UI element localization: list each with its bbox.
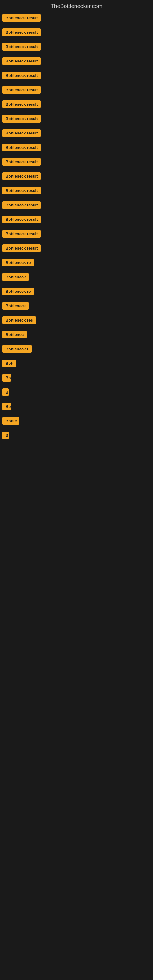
bottleneck-badge[interactable]: Bottlenec	[2, 331, 27, 339]
list-item: Bottleneck	[0, 273, 153, 282]
list-item: Bottleneck result	[0, 172, 153, 181]
list-item: Bottleneck result	[0, 129, 153, 138]
bottleneck-badge[interactable]: Bottleneck	[2, 273, 29, 281]
bottleneck-badge[interactable]: Bottleneck result	[2, 14, 41, 22]
list-item: Bottleneck result	[0, 72, 153, 81]
bottleneck-badge[interactable]: Bottleneck result	[2, 86, 41, 94]
bottleneck-badge[interactable]: Bottleneck result	[2, 144, 41, 151]
list-item: Bottleneck r	[0, 345, 153, 354]
list-item: Bo	[0, 374, 153, 383]
bottleneck-badge[interactable]: Bottleneck result	[2, 158, 41, 166]
list-item: Bottleneck result	[0, 201, 153, 210]
bottleneck-badge[interactable]: Bottleneck result	[2, 201, 41, 209]
bottleneck-badge[interactable]: Bottleneck	[2, 302, 29, 310]
list-item: Bott	[0, 360, 153, 368]
list-item: Bottleneck result	[0, 29, 153, 37]
bottleneck-badge[interactable]: Bottleneck re	[2, 259, 33, 266]
list-item: Bottleneck result	[0, 230, 153, 239]
list-item: Bottleneck result	[0, 115, 153, 124]
bottleneck-badge[interactable]: Bott	[2, 360, 16, 367]
list-item: Bottleneck result	[0, 158, 153, 167]
bottleneck-badge[interactable]: Bottleneck result	[2, 43, 41, 51]
bottleneck-badge[interactable]: Bottleneck result	[2, 230, 41, 238]
list-item: Bottleneck result	[0, 144, 153, 153]
list-item: Bottleneck result	[0, 244, 153, 253]
bottleneck-badge[interactable]: B	[2, 388, 9, 396]
list-item: Bottleneck res	[0, 317, 153, 325]
list-item: Bottlenec	[0, 331, 153, 340]
list-item: B	[0, 388, 153, 397]
list-item: Bottleneck re	[0, 259, 153, 268]
bottleneck-badge[interactable]: Bo	[2, 374, 11, 382]
bottleneck-badge[interactable]: B	[2, 431, 9, 439]
bottleneck-badge[interactable]: Bottleneck result	[2, 172, 41, 180]
bottleneck-badge[interactable]: Bottleneck r	[2, 345, 32, 353]
list-item: B	[0, 431, 153, 441]
bottleneck-badge[interactable]: Bottleneck res	[2, 317, 36, 324]
bottleneck-badge[interactable]: Bottleneck result	[2, 57, 41, 65]
list-item: Bottleneck result	[0, 14, 153, 23]
list-item: Bottleneck result	[0, 187, 153, 196]
bottleneck-badge[interactable]: Bottleneck re	[2, 288, 33, 295]
list-item: Bottleneck result	[0, 100, 153, 109]
bottleneck-badge[interactable]: Bottleneck result	[2, 129, 41, 137]
list-item: Bottleneck result	[0, 216, 153, 224]
bottleneck-badge[interactable]: Bottleneck result	[2, 187, 41, 194]
bottleneck-badge[interactable]: Bottleneck result	[2, 244, 41, 252]
bottleneck-badge[interactable]: Bottleneck result	[2, 115, 41, 123]
list-item: Bottleneck result	[0, 57, 153, 66]
list-item: Bottleneck	[0, 302, 153, 311]
bottleneck-badge[interactable]: Bottle	[2, 417, 19, 425]
bottleneck-badge[interactable]: Bottleneck result	[2, 216, 41, 223]
list-item: Bottleneck result	[0, 86, 153, 95]
bottleneck-badge[interactable]: Bo	[2, 403, 11, 410]
list-item: Bottle	[0, 417, 153, 426]
list-item: Bottleneck re	[0, 288, 153, 296]
site-title: TheBottlenecker.com	[0, 0, 153, 14]
bottleneck-badge[interactable]: Bottleneck result	[2, 29, 41, 36]
bottleneck-badge[interactable]: Bottleneck result	[2, 72, 41, 79]
bottleneck-badge[interactable]: Bottleneck result	[2, 100, 41, 108]
list-item: Bo	[0, 403, 153, 412]
list-item: Bottleneck result	[0, 43, 153, 52]
